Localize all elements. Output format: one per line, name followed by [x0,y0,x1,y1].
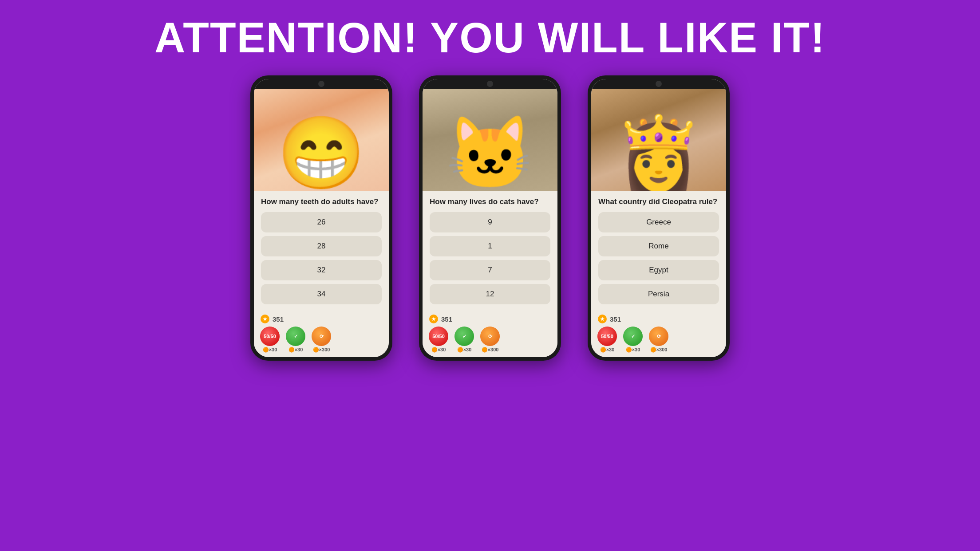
phone-3-top-bar [591,79,726,89]
phone-1-answer-1[interactable]: 26 [261,212,382,232]
phone-2-coins-count: 351 [441,315,452,323]
phone-1-answer-2[interactable]: 28 [261,236,382,256]
phone-1-question-area: How many teeth do adults have? 26 28 32 … [254,191,389,311]
phone-1-powerup-2[interactable]: ✓ 🟠×30 [286,327,305,353]
phone-2-coin-icon: ★ [429,314,439,324]
phone-3-powerup-1-cost: 🟠×30 [600,347,615,353]
phone-2-powerup-1[interactable]: 50/50 🟠×30 [429,327,448,353]
phone-2-powerup-2-cost: 🟠×30 [457,347,472,353]
phones-container: How many teeth do adults have? 26 28 32 … [250,75,730,361]
phone-2-powerup-1-cost: 🟠×30 [431,347,446,353]
phone-2-bottom: ★ 351 50/50 🟠×30 ✓ 🟠×30 ⟳ 🟠×300 [423,311,557,357]
punch-hole-2 [487,81,493,87]
phone-1-bottom: ★ 351 50/50 🟠×30 ✓ 🟠×30 ⟳ 🟠×300 [254,311,389,357]
phone-1-powerups: 50/50 🟠×30 ✓ 🟠×30 ⟳ 🟠×300 [260,327,383,353]
phone-1-coin-icon: ★ [260,314,270,324]
phone-3: What country did Cleopatra rule? Greece … [588,75,730,361]
phone-2-powerup-3-cost: 🟠×300 [482,347,499,353]
phone-1-top-bar [254,79,389,89]
phone-2-powerup-2[interactable]: ✓ 🟠×30 [454,327,474,353]
phone-1-coins-count: 351 [273,315,284,323]
phone-3-photo [591,89,726,191]
phone-2-question: How many lives do cats have? [430,197,550,207]
phone-2-question-area: How many lives do cats have? 9 1 7 12 [423,191,557,311]
phone-2-answer-4[interactable]: 12 [430,284,550,304]
phone-3-powerup-1[interactable]: 50/50 🟠×30 [597,327,617,353]
phone-3-powerup-3-badge: ⟳ [649,327,668,346]
phone-3-powerup-3-cost: 🟠×300 [650,347,668,353]
phone-1: How many teeth do adults have? 26 28 32 … [250,75,392,361]
phone-3-powerup-1-badge: 50/50 [597,327,617,346]
phone-2-powerups: 50/50 🟠×30 ✓ 🟠×30 ⟳ 🟠×300 [429,327,551,353]
phone-3-powerup-3[interactable]: ⟳ 🟠×300 [649,327,668,353]
phone-1-powerup-2-cost: 🟠×30 [288,347,303,353]
svg-text:★: ★ [263,316,268,322]
phone-3-powerups: 50/50 🟠×30 ✓ 🟠×30 ⟳ 🟠×300 [597,327,720,353]
phone-1-powerup-3[interactable]: ⟳ 🟠×300 [312,327,331,353]
phone-3-powerup-2-badge: ✓ [623,327,643,346]
phone-1-answer-4[interactable]: 34 [261,284,382,304]
phone-3-answer-2[interactable]: Rome [598,236,719,256]
phone-3-coins-count: 351 [610,315,621,323]
svg-text:★: ★ [600,316,605,322]
svg-text:★: ★ [431,316,436,322]
phone-1-powerup-3-cost: 🟠×300 [313,347,330,353]
phone-3-powerup-2[interactable]: ✓ 🟠×30 [623,327,643,353]
phone-1-inner: How many teeth do adults have? 26 28 32 … [254,79,389,357]
phone-3-bottom: ★ 351 50/50 🟠×30 ✓ 🟠×30 ⟳ 🟠×300 [591,311,726,357]
phone-3-answer-4[interactable]: Persia [598,284,719,304]
phone-3-coins-row: ★ 351 [597,314,720,324]
phone-1-answer-3[interactable]: 32 [261,260,382,280]
phone-1-powerup-1[interactable]: 50/50 🟠×30 [260,327,280,353]
phone-2-answer-3[interactable]: 7 [430,260,550,280]
punch-hole-1 [318,81,324,87]
phone-3-question: What country did Cleopatra rule? [598,197,719,207]
phone-1-photo [254,89,389,191]
phone-2-photo [423,89,557,191]
phone-1-coins-row: ★ 351 [260,314,383,324]
phone-3-coin-icon: ★ [597,314,607,324]
phone-3-powerup-2-cost: 🟠×30 [626,347,640,353]
phone-3-answer-3[interactable]: Egypt [598,260,719,280]
phone-2-powerup-1-badge: 50/50 [429,327,448,346]
phone-1-question: How many teeth do adults have? [261,197,382,207]
phone-1-powerup-1-cost: 🟠×30 [263,347,277,353]
phone-2-powerup-3-badge: ⟳ [480,327,500,346]
phone-1-powerup-1-badge: 50/50 [260,327,280,346]
phone-2-answer-1[interactable]: 9 [430,212,550,232]
phone-2: How many lives do cats have? 9 1 7 12 ★ … [419,75,561,361]
phone-2-coins-row: ★ 351 [429,314,551,324]
phone-2-answer-2[interactable]: 1 [430,236,550,256]
phone-3-inner: What country did Cleopatra rule? Greece … [591,79,726,357]
phone-2-inner: How many lives do cats have? 9 1 7 12 ★ … [423,79,557,357]
phone-2-powerup-3[interactable]: ⟳ 🟠×300 [480,327,500,353]
phone-3-answer-1[interactable]: Greece [598,212,719,232]
phone-3-question-area: What country did Cleopatra rule? Greece … [591,191,726,311]
phone-2-powerup-2-badge: ✓ [454,327,474,346]
punch-hole-3 [656,81,662,87]
phone-2-top-bar [423,79,557,89]
phone-1-powerup-3-badge: ⟳ [312,327,331,346]
phone-1-powerup-2-badge: ✓ [286,327,305,346]
main-title: ATTENTION! YOU WILL LIKE IT! [154,13,826,62]
